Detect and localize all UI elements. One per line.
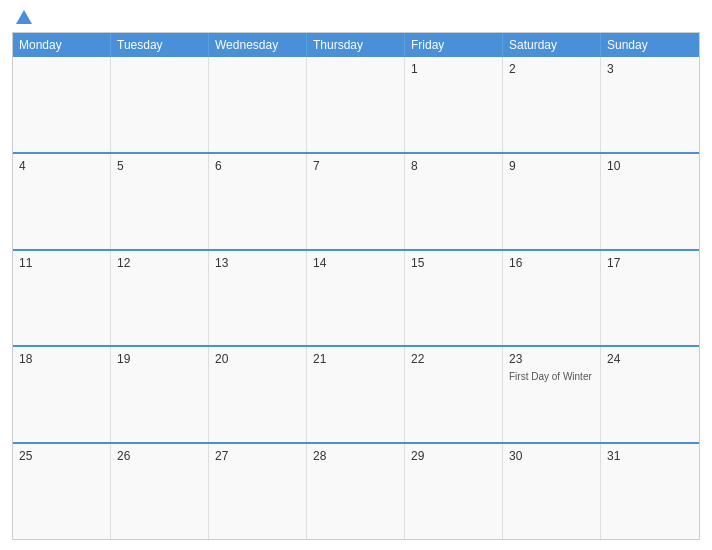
day-cell: 26: [111, 444, 209, 539]
day-cell: 12: [111, 251, 209, 346]
day-header: Friday: [405, 33, 503, 57]
day-cell: 28: [307, 444, 405, 539]
day-cell: 22: [405, 347, 503, 442]
day-number: 15: [411, 256, 496, 270]
day-headers-row: MondayTuesdayWednesdayThursdayFridaySatu…: [13, 33, 699, 57]
day-number: 22: [411, 352, 496, 366]
week-row: 11121314151617: [13, 249, 699, 346]
day-cell: 21: [307, 347, 405, 442]
day-cell: 1: [405, 57, 503, 152]
day-number: 18: [19, 352, 104, 366]
day-cell: 20: [209, 347, 307, 442]
day-number: 26: [117, 449, 202, 463]
day-cell: 9: [503, 154, 601, 249]
day-number: 6: [215, 159, 300, 173]
logo-triangle-icon: [16, 10, 32, 24]
day-number: 25: [19, 449, 104, 463]
event-label: First Day of Winter: [509, 370, 594, 383]
day-cell: 10: [601, 154, 699, 249]
week-row: 181920212223First Day of Winter24: [13, 345, 699, 442]
day-header: Saturday: [503, 33, 601, 57]
day-cell: 2: [503, 57, 601, 152]
day-cell: [209, 57, 307, 152]
day-number: 12: [117, 256, 202, 270]
day-cell: 30: [503, 444, 601, 539]
day-number: 24: [607, 352, 693, 366]
day-cell: 15: [405, 251, 503, 346]
calendar-grid: MondayTuesdayWednesdayThursdayFridaySatu…: [12, 32, 700, 540]
day-cell: 18: [13, 347, 111, 442]
calendar-page: MondayTuesdayWednesdayThursdayFridaySatu…: [0, 0, 712, 550]
day-number: 9: [509, 159, 594, 173]
day-number: 4: [19, 159, 104, 173]
day-cell: 19: [111, 347, 209, 442]
day-cell: 8: [405, 154, 503, 249]
day-header: Thursday: [307, 33, 405, 57]
day-cell: 7: [307, 154, 405, 249]
day-cell: 5: [111, 154, 209, 249]
day-cell: 27: [209, 444, 307, 539]
day-cell: 14: [307, 251, 405, 346]
day-cell: 24: [601, 347, 699, 442]
day-cell: 31: [601, 444, 699, 539]
header: [12, 10, 700, 26]
day-cell: 4: [13, 154, 111, 249]
day-number: 19: [117, 352, 202, 366]
day-number: 11: [19, 256, 104, 270]
day-number: 30: [509, 449, 594, 463]
day-number: 13: [215, 256, 300, 270]
day-cell: 29: [405, 444, 503, 539]
day-number: 21: [313, 352, 398, 366]
day-cell: 13: [209, 251, 307, 346]
day-number: 1: [411, 62, 496, 76]
day-cell: 6: [209, 154, 307, 249]
day-number: 5: [117, 159, 202, 173]
day-cell: [307, 57, 405, 152]
day-header: Wednesday: [209, 33, 307, 57]
day-number: 28: [313, 449, 398, 463]
day-cell: [111, 57, 209, 152]
logo: [12, 10, 32, 26]
day-number: 3: [607, 62, 693, 76]
day-number: 7: [313, 159, 398, 173]
day-number: 20: [215, 352, 300, 366]
day-header: Sunday: [601, 33, 699, 57]
day-number: 2: [509, 62, 594, 76]
week-row: 25262728293031: [13, 442, 699, 539]
weeks-container: 1234567891011121314151617181920212223Fir…: [13, 57, 699, 539]
day-cell: 16: [503, 251, 601, 346]
week-row: 123: [13, 57, 699, 152]
day-cell: 25: [13, 444, 111, 539]
day-number: 23: [509, 352, 594, 366]
day-header: Tuesday: [111, 33, 209, 57]
day-cell: 3: [601, 57, 699, 152]
day-cell: 23First Day of Winter: [503, 347, 601, 442]
day-cell: 17: [601, 251, 699, 346]
day-number: 8: [411, 159, 496, 173]
day-header: Monday: [13, 33, 111, 57]
day-number: 31: [607, 449, 693, 463]
week-row: 45678910: [13, 152, 699, 249]
day-cell: [13, 57, 111, 152]
day-number: 14: [313, 256, 398, 270]
day-number: 17: [607, 256, 693, 270]
day-number: 27: [215, 449, 300, 463]
day-number: 10: [607, 159, 693, 173]
day-cell: 11: [13, 251, 111, 346]
day-number: 16: [509, 256, 594, 270]
day-number: 29: [411, 449, 496, 463]
